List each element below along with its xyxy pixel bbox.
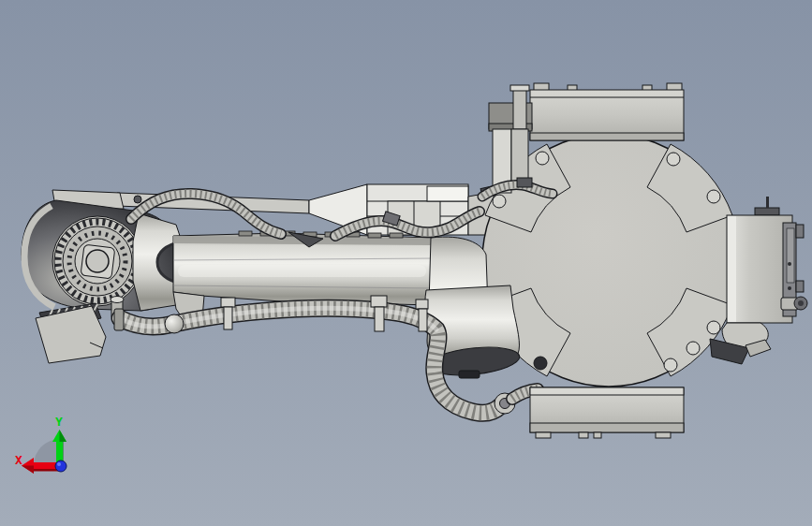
panel-screw	[788, 262, 791, 266]
triad-y-label: Y	[55, 415, 63, 429]
side-bolt-core	[798, 300, 804, 306]
right-box-left-highlight	[728, 216, 736, 322]
bottom-equipment-box[interactable]	[530, 387, 684, 438]
hose-ball-joint	[165, 314, 184, 333]
antenna-pin	[766, 197, 769, 208]
bearing-center-hole	[86, 250, 109, 272]
cad-viewport[interactable]: X Y	[0, 0, 812, 526]
z-dot-highlight	[57, 462, 61, 466]
box-stem-cap	[510, 85, 529, 91]
cone-port	[459, 371, 480, 378]
axis1-bearing[interactable]	[52, 216, 142, 306]
side-column-right	[511, 129, 528, 183]
hose-end-flange	[114, 309, 124, 330]
bracket-knob	[134, 196, 141, 203]
panel-tab-top	[796, 225, 804, 238]
antenna-block	[755, 208, 779, 215]
bottom-box-base-lip	[530, 423, 684, 432]
triad-x-label: X	[15, 453, 22, 467]
box-stem	[513, 90, 526, 129]
housing-bolt-cap	[111, 297, 124, 303]
panel-tab-bottom	[796, 281, 804, 292]
arm-highlight	[178, 265, 426, 277]
block-top-plate	[427, 186, 468, 201]
hose-fitting	[517, 178, 532, 187]
top-box-base-lip	[530, 133, 684, 140]
triad-z-dot[interactable]	[55, 460, 66, 472]
panel-screw	[788, 286, 791, 290]
bottom-box-top-lip	[530, 387, 684, 395]
right-box-panel-inner	[787, 228, 794, 283]
